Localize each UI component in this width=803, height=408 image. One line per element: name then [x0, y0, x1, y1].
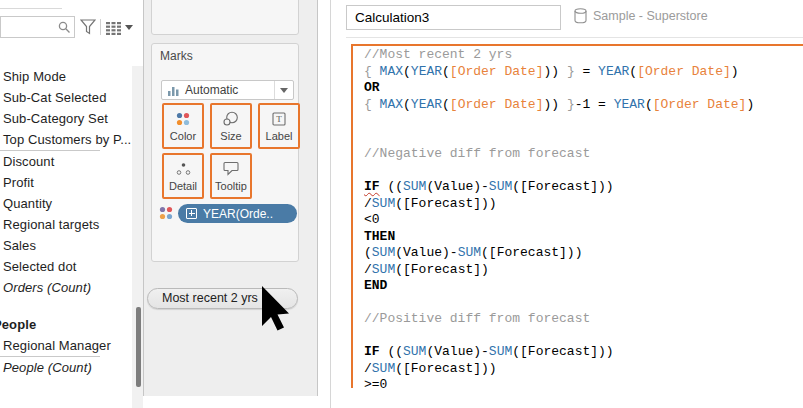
magnifier-icon [58, 20, 71, 38]
mark-type-dropdown[interactable]: Automatic [161, 80, 294, 100]
field-item[interactable]: Profit [0, 172, 132, 193]
field-item[interactable]: Selected dot [0, 256, 132, 277]
field-list: Ship ModeSub-Cat SelectedSub-Category Se… [0, 66, 132, 378]
field-item[interactable]: Orders (Count) [0, 277, 132, 298]
formula-line: <0 [364, 212, 803, 229]
label-button[interactable]: TLabel [258, 103, 300, 149]
formula-line [364, 295, 803, 312]
search-input[interactable] [3, 18, 59, 38]
formula-line [364, 328, 803, 345]
svg-text:T: T [276, 114, 282, 124]
formula-line: //Most recent 2 yrs [364, 47, 803, 64]
formula-line [364, 163, 803, 180]
marks-card-title: Marks [160, 49, 193, 63]
calculation-name-input[interactable] [346, 5, 561, 30]
button-label: Size [220, 130, 241, 142]
database-icon [574, 8, 587, 24]
grid-icon[interactable] [106, 21, 121, 39]
formula-line: //Negative diff from forecast [364, 146, 803, 163]
field-item[interactable]: Sub-Cat Selected [0, 87, 132, 108]
pane-divider [317, 0, 318, 396]
marks-card: Marks Automatic ColorSizeTLabelDetailToo… [151, 43, 299, 262]
tooltip-button[interactable]: Tooltip [210, 153, 252, 199]
bar-chart-icon [168, 85, 179, 96]
caret-down-icon[interactable] [274, 81, 293, 99]
detail-button[interactable]: Detail [162, 153, 204, 199]
formula-editor[interactable]: //Most recent 2 yrs{ MAX(YEAR([Order Dat… [351, 44, 803, 388]
pill-label: YEAR(Orde.. [203, 207, 273, 221]
multi-color-dots-icon [159, 206, 173, 224]
button-label: Color [170, 130, 196, 142]
formula-line: //Positive diff from forecast [364, 311, 803, 328]
formula-line: THEN [364, 229, 803, 246]
mouse-pointer-icon [262, 286, 290, 336]
formula-line [364, 113, 803, 130]
formula-line: IF ((SUM(Value)-SUM([Forecast])) [364, 344, 803, 361]
calculation-editor-panel: Sample - Superstore //Most recent 2 yrs{… [330, 0, 803, 408]
year-order-date-pill[interactable]: YEAR(Orde.. [178, 204, 297, 223]
datasource-label: Sample - Superstore [574, 8, 708, 24]
field-item[interactable]: Regional Manager [0, 335, 132, 356]
filters-card [151, 0, 299, 35]
text-label-icon: T [272, 110, 286, 127]
field-search[interactable] [0, 16, 75, 38]
formula-line: (SUM(Value)-SUM([Forecast])) [364, 245, 803, 262]
divider [0, 8, 62, 9]
size-circles-icon [223, 110, 239, 127]
formula-line: { MAX(YEAR([Order Date])) } = YEAR([Orde… [364, 64, 803, 81]
button-label: Tooltip [215, 180, 247, 192]
formula-line: IF ((SUM(Value)-SUM([Forecast])) [364, 179, 803, 196]
divider [346, 37, 803, 38]
field-item[interactable]: Sales [0, 235, 132, 256]
detail-dots-icon [176, 160, 191, 177]
button-label: Detail [169, 180, 197, 192]
divider [100, 19, 101, 35]
field-item[interactable]: Top Customers by P... [0, 129, 132, 150]
tooltip-bubble-icon [223, 160, 239, 177]
color-button[interactable]: Color [162, 103, 204, 149]
formula-line: { MAX(YEAR([Order Date])) }-1 = YEAR([Or… [364, 97, 803, 114]
formula-line: OR [364, 80, 803, 97]
plus-box-icon[interactable] [186, 208, 197, 219]
shelf-column: Marks Automatic ColorSizeTLabelDetailToo… [144, 0, 317, 396]
field-item[interactable]: People [0, 314, 132, 335]
formula-line: /SUM([Forecast]) [364, 262, 803, 279]
color-dots-icon [176, 110, 190, 127]
scrollbar-thumb[interactable] [136, 307, 141, 387]
field-item[interactable]: Ship Mode [0, 66, 132, 87]
formula-line [364, 130, 803, 147]
field-item[interactable]: Regional targets [0, 214, 132, 235]
formula-line: /SUM([Forecast])) [364, 196, 803, 213]
field-item[interactable]: Quantity [0, 193, 132, 214]
funnel-icon[interactable] [80, 19, 96, 39]
data-pane: Ship ModeSub-Cat SelectedSub-Category Se… [0, 0, 143, 408]
field-item[interactable]: Sub-Category Set [0, 108, 132, 129]
field-item[interactable]: People (Count) [0, 357, 132, 378]
button-label: Label [266, 130, 293, 142]
tableau-workspace: Ship ModeSub-Cat SelectedSub-Category Se… [0, 0, 803, 408]
marks-buttons: ColorSizeTLabelDetailTooltip [162, 103, 302, 199]
caret-down-icon[interactable] [125, 25, 133, 30]
formula-line: /SUM([Forecast])) [364, 361, 803, 378]
size-button[interactable]: Size [210, 103, 252, 149]
field-item[interactable]: Discount [0, 151, 132, 172]
formula-line: END [364, 278, 803, 295]
mark-type-label: Automatic [185, 83, 274, 97]
formula-line: >=0 [364, 377, 803, 388]
